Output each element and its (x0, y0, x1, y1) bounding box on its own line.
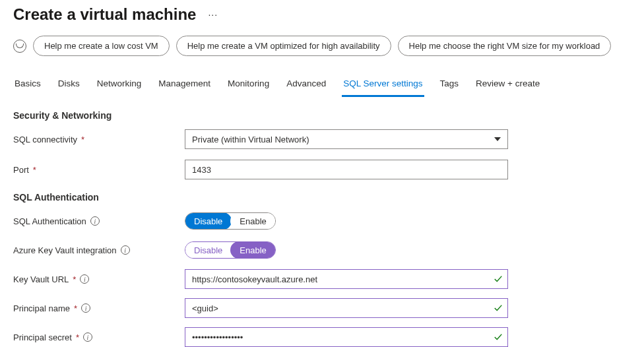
info-icon[interactable]: i (83, 332, 92, 342)
chevron-down-icon (494, 137, 501, 141)
required-indicator: * (73, 274, 76, 284)
sql-connectivity-label: SQL connectivity (13, 135, 77, 144)
tab-disks[interactable]: Disks (57, 75, 81, 97)
sql-auth-disable[interactable]: Disable (185, 212, 232, 230)
tab-review-create[interactable]: Review + create (474, 75, 541, 97)
port-label: Port (13, 165, 29, 175)
tab-management[interactable]: Management (157, 75, 212, 97)
check-icon (494, 274, 503, 284)
akv-label: Azure Key Vault integration (13, 245, 117, 255)
principal-secret-label: Principal secret (13, 332, 72, 342)
suggestion-low-cost[interactable]: Help me create a low cost VM (33, 36, 170, 56)
copilot-icon (13, 40, 26, 53)
required-indicator: * (81, 135, 84, 144)
key-vault-url-label: Key Vault URL (13, 274, 69, 284)
page-title: Create a virtual machine (13, 5, 196, 24)
info-icon[interactable]: i (81, 303, 90, 313)
principal-name-input[interactable] (185, 298, 508, 318)
tab-sql-server-settings[interactable]: SQL Server settings (342, 75, 424, 97)
required-indicator: * (33, 165, 36, 175)
suggestion-vm-size[interactable]: Help me choose the right VM size for my … (398, 36, 612, 56)
tab-basics[interactable]: Basics (13, 75, 42, 97)
section-auth-heading: SQL Authentication (13, 192, 631, 203)
sql-connectivity-value: Private (within Virtual Network) (192, 135, 309, 144)
sql-auth-toggle: Disable Enable (185, 212, 276, 230)
sql-auth-enable[interactable]: Enable (230, 212, 275, 230)
check-icon (494, 303, 503, 313)
tab-monitoring[interactable]: Monitoring (226, 75, 271, 97)
akv-toggle: Disable Enable (185, 241, 276, 259)
info-icon[interactable]: i (80, 274, 89, 284)
key-vault-url-input[interactable] (185, 269, 508, 289)
more-actions-icon[interactable]: ··· (204, 7, 222, 22)
section-security-heading: Security & Networking (13, 110, 631, 121)
tab-tags[interactable]: Tags (439, 75, 461, 97)
principal-name-label: Principal name (13, 303, 70, 313)
info-icon[interactable]: i (121, 245, 130, 255)
tab-networking[interactable]: Networking (96, 75, 143, 97)
sql-connectivity-select[interactable]: Private (within Virtual Network) (185, 129, 508, 149)
sql-auth-label: SQL Authentication (13, 216, 86, 226)
port-input[interactable] (185, 160, 508, 179)
suggestion-high-availability[interactable]: Help me create a VM optimized for high a… (176, 36, 391, 56)
check-icon (494, 332, 503, 342)
akv-enable[interactable]: Enable (230, 241, 275, 259)
info-icon[interactable]: i (90, 216, 100, 226)
required-indicator: * (74, 303, 77, 313)
akv-disable[interactable]: Disable (185, 241, 232, 259)
tab-bar: Basics Disks Networking Management Monit… (13, 75, 631, 97)
required-indicator: * (76, 332, 79, 342)
principal-secret-input[interactable] (185, 327, 508, 347)
tab-advanced[interactable]: Advanced (285, 75, 327, 97)
